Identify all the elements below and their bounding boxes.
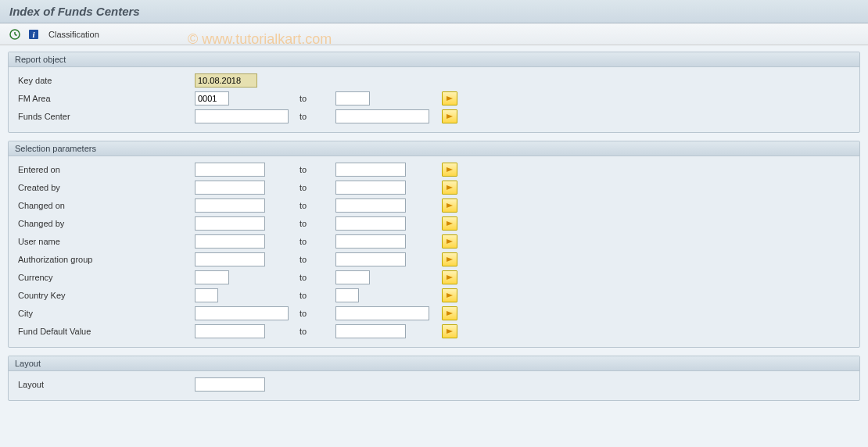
input-fund-default-to[interactable] xyxy=(335,324,406,338)
tolabel-city: to xyxy=(296,309,335,318)
tolabel-created-by: to xyxy=(296,183,335,192)
label-funds-center: Funds Center xyxy=(15,112,195,121)
tolabel-changed-on: to xyxy=(296,201,335,210)
row-changed-on: Changed on to xyxy=(15,197,853,214)
multi-select-changed-by[interactable] xyxy=(442,216,457,231)
input-funds-center-from[interactable] xyxy=(195,109,289,123)
tolabel-user-name: to xyxy=(296,237,335,246)
input-currency-to[interactable] xyxy=(335,270,370,284)
row-layout: Layout xyxy=(15,376,853,393)
input-changed-by-to[interactable] xyxy=(335,216,406,231)
input-city-to[interactable] xyxy=(335,306,429,320)
multi-select-funds-center[interactable] xyxy=(442,109,457,123)
input-auth-group-from[interactable] xyxy=(195,252,265,266)
label-entered-on: Entered on xyxy=(15,165,195,174)
input-created-by-from[interactable] xyxy=(195,181,265,195)
input-fm-area-from[interactable] xyxy=(195,91,229,105)
label-user-name: User name xyxy=(15,237,195,246)
multi-select-fund-default[interactable] xyxy=(442,324,457,338)
input-created-by-to[interactable] xyxy=(335,181,406,195)
multi-select-changed-on[interactable] xyxy=(442,198,457,213)
label-layout: Layout xyxy=(15,380,195,389)
tolabel-fund-default: to xyxy=(296,327,335,336)
info-icon[interactable]: i xyxy=(27,27,41,41)
multi-select-currency[interactable] xyxy=(442,270,457,284)
tolabel-country-key: to xyxy=(296,291,335,300)
content-area: Report object Key date FM Area to Funds … xyxy=(0,45,868,447)
row-key-date: Key date xyxy=(15,72,853,89)
label-auth-group: Authorization group xyxy=(15,255,195,264)
input-funds-center-to[interactable] xyxy=(335,109,429,123)
label-changed-on: Changed on xyxy=(15,201,195,210)
input-entered-on-to[interactable] xyxy=(335,163,406,177)
tolabel-currency: to xyxy=(296,273,335,282)
page-title-bar: Index of Funds Centers xyxy=(0,0,868,23)
row-city: City to xyxy=(15,305,853,322)
row-fm-area: FM Area to xyxy=(15,90,853,107)
label-fm-area: FM Area xyxy=(15,94,195,103)
page-title: Index of Funds Centers xyxy=(9,5,140,18)
input-fm-area-to[interactable] xyxy=(335,91,370,105)
group-selection-parameters: Selection parameters Entered on to Creat… xyxy=(8,141,860,348)
input-layout[interactable] xyxy=(195,377,265,392)
row-funds-center: Funds Center to xyxy=(15,108,853,125)
multi-select-country-key[interactable] xyxy=(442,288,457,302)
row-user-name: User name to xyxy=(15,233,853,250)
multi-select-entered-on[interactable] xyxy=(442,163,457,177)
input-country-key-to[interactable] xyxy=(335,288,359,302)
input-entered-on-from[interactable] xyxy=(195,163,265,177)
tolabel-fm-area: to xyxy=(296,94,335,103)
toolbar: i Classification xyxy=(0,23,868,45)
tolabel-funds-center: to xyxy=(296,112,335,121)
label-fund-default: Fund Default Value xyxy=(15,327,195,336)
multi-select-auth-group[interactable] xyxy=(442,252,457,266)
execute-icon[interactable] xyxy=(8,27,22,41)
row-country-key: Country Key to xyxy=(15,287,853,304)
label-key-date: Key date xyxy=(15,76,195,85)
input-currency-from[interactable] xyxy=(195,270,229,284)
input-changed-on-to[interactable] xyxy=(335,198,406,213)
group-layout: Layout Layout xyxy=(8,356,860,401)
group-report-object: Report object Key date FM Area to Funds … xyxy=(8,52,860,133)
row-fund-default: Fund Default Value to xyxy=(15,323,853,340)
group-title-layout: Layout xyxy=(9,356,859,371)
group-title-selection-parameters: Selection parameters xyxy=(9,141,859,156)
tolabel-entered-on: to xyxy=(296,165,335,174)
multi-select-city[interactable] xyxy=(442,306,457,320)
label-currency: Currency xyxy=(15,273,195,282)
input-auth-group-to[interactable] xyxy=(335,252,406,266)
row-auth-group: Authorization group to xyxy=(15,251,853,268)
tolabel-changed-by: to xyxy=(296,219,335,228)
classification-label[interactable]: Classification xyxy=(48,30,99,39)
input-changed-by-from[interactable] xyxy=(195,216,265,231)
label-changed-by: Changed by xyxy=(15,219,195,228)
row-entered-on: Entered on to xyxy=(15,161,853,178)
row-created-by: Created by to xyxy=(15,179,853,196)
input-key-date[interactable] xyxy=(195,73,257,88)
label-created-by: Created by xyxy=(15,183,195,192)
row-changed-by: Changed by to xyxy=(15,215,853,232)
input-user-name-to[interactable] xyxy=(335,234,406,249)
row-currency: Currency to xyxy=(15,269,853,286)
input-changed-on-from[interactable] xyxy=(195,198,265,213)
multi-select-user-name[interactable] xyxy=(442,234,457,249)
label-country-key: Country Key xyxy=(15,291,195,300)
svg-line-2 xyxy=(15,34,17,36)
input-fund-default-from[interactable] xyxy=(195,324,265,338)
multi-select-fm-area[interactable] xyxy=(442,91,457,105)
multi-select-created-by[interactable] xyxy=(442,181,457,195)
input-country-key-from[interactable] xyxy=(195,288,218,302)
input-city-from[interactable] xyxy=(195,306,289,320)
label-city: City xyxy=(15,309,195,318)
group-title-report-object: Report object xyxy=(9,52,859,67)
input-user-name-from[interactable] xyxy=(195,234,265,249)
tolabel-auth-group: to xyxy=(296,255,335,264)
